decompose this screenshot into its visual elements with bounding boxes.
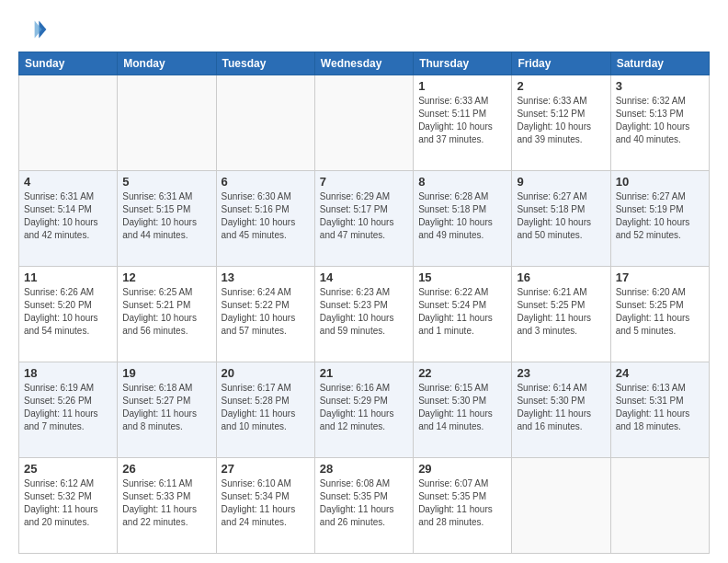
calendar-header-saturday: Saturday xyxy=(610,52,709,75)
calendar-day-cell: 1Sunrise: 6:33 AM Sunset: 5:11 PM Daylig… xyxy=(414,75,512,171)
calendar-day-cell: 12Sunrise: 6:25 AM Sunset: 5:21 PM Dayli… xyxy=(118,267,216,362)
day-number: 8 xyxy=(418,175,506,189)
calendar-week-row: 25Sunrise: 6:12 AM Sunset: 5:32 PM Dayli… xyxy=(19,458,710,554)
calendar-day-cell: 8Sunrise: 6:28 AM Sunset: 5:18 PM Daylig… xyxy=(414,171,512,267)
day-number: 5 xyxy=(122,175,210,189)
day-number: 3 xyxy=(616,79,704,93)
day-info: Sunrise: 6:11 AM Sunset: 5:33 PM Dayligh… xyxy=(122,477,210,529)
calendar-header-tuesday: Tuesday xyxy=(216,52,314,75)
day-number: 27 xyxy=(222,462,310,476)
calendar-day-cell: 7Sunrise: 6:29 AM Sunset: 5:17 PM Daylig… xyxy=(314,171,413,267)
calendar-header-sunday: Sunday xyxy=(19,52,118,75)
calendar-week-row: 18Sunrise: 6:19 AM Sunset: 5:26 PM Dayli… xyxy=(19,362,710,458)
day-info: Sunrise: 6:31 AM Sunset: 5:14 PM Dayligh… xyxy=(24,190,112,242)
day-info: Sunrise: 6:25 AM Sunset: 5:21 PM Dayligh… xyxy=(122,286,210,338)
calendar-week-row: 11Sunrise: 6:26 AM Sunset: 5:20 PM Dayli… xyxy=(19,267,710,362)
day-number: 22 xyxy=(418,366,506,380)
calendar-day-cell: 18Sunrise: 6:19 AM Sunset: 5:26 PM Dayli… xyxy=(19,362,118,458)
day-info: Sunrise: 6:27 AM Sunset: 5:19 PM Dayligh… xyxy=(616,190,704,242)
day-number: 20 xyxy=(222,366,310,380)
day-info: Sunrise: 6:13 AM Sunset: 5:31 PM Dayligh… xyxy=(616,382,704,433)
day-info: Sunrise: 6:29 AM Sunset: 5:17 PM Dayligh… xyxy=(320,190,408,242)
logo xyxy=(18,15,51,44)
calendar-day-cell: 20Sunrise: 6:17 AM Sunset: 5:28 PM Dayli… xyxy=(216,362,314,458)
day-info: Sunrise: 6:17 AM Sunset: 5:28 PM Dayligh… xyxy=(222,382,310,433)
day-number: 26 xyxy=(122,462,210,476)
day-info: Sunrise: 6:16 AM Sunset: 5:29 PM Dayligh… xyxy=(320,382,408,433)
day-info: Sunrise: 6:20 AM Sunset: 5:25 PM Dayligh… xyxy=(616,286,704,338)
calendar-day-cell: 28Sunrise: 6:08 AM Sunset: 5:35 PM Dayli… xyxy=(314,458,413,554)
calendar-day-cell: 21Sunrise: 6:16 AM Sunset: 5:29 PM Dayli… xyxy=(314,362,413,458)
day-number: 15 xyxy=(418,270,506,284)
day-info: Sunrise: 6:30 AM Sunset: 5:16 PM Dayligh… xyxy=(222,190,310,242)
day-info: Sunrise: 6:10 AM Sunset: 5:34 PM Dayligh… xyxy=(222,477,310,529)
calendar-day-cell: 25Sunrise: 6:12 AM Sunset: 5:32 PM Dayli… xyxy=(19,458,118,554)
calendar-day-cell: 17Sunrise: 6:20 AM Sunset: 5:25 PM Dayli… xyxy=(610,267,709,362)
calendar-day-cell: 13Sunrise: 6:24 AM Sunset: 5:22 PM Dayli… xyxy=(216,267,314,362)
header xyxy=(18,15,710,44)
day-info: Sunrise: 6:28 AM Sunset: 5:18 PM Dayligh… xyxy=(418,190,506,242)
calendar-header-thursday: Thursday xyxy=(414,52,512,75)
day-number: 17 xyxy=(616,270,704,284)
day-info: Sunrise: 6:32 AM Sunset: 5:13 PM Dayligh… xyxy=(616,95,704,146)
calendar-header-friday: Friday xyxy=(512,52,610,75)
day-info: Sunrise: 6:19 AM Sunset: 5:26 PM Dayligh… xyxy=(24,382,112,433)
logo-icon xyxy=(18,15,48,44)
day-number: 21 xyxy=(320,366,408,380)
calendar-day-cell: 24Sunrise: 6:13 AM Sunset: 5:31 PM Dayli… xyxy=(610,362,709,458)
calendar-day-cell xyxy=(19,75,118,171)
day-info: Sunrise: 6:07 AM Sunset: 5:35 PM Dayligh… xyxy=(418,477,506,529)
day-number: 10 xyxy=(616,175,704,189)
day-info: Sunrise: 6:33 AM Sunset: 5:11 PM Dayligh… xyxy=(418,95,506,146)
calendar-day-cell xyxy=(118,75,216,171)
day-number: 9 xyxy=(517,175,605,189)
day-number: 12 xyxy=(122,270,210,284)
day-info: Sunrise: 6:22 AM Sunset: 5:24 PM Dayligh… xyxy=(418,286,506,338)
day-info: Sunrise: 6:12 AM Sunset: 5:32 PM Dayligh… xyxy=(24,477,112,529)
calendar-day-cell: 10Sunrise: 6:27 AM Sunset: 5:19 PM Dayli… xyxy=(610,171,709,267)
day-number: 18 xyxy=(24,366,112,380)
day-number: 11 xyxy=(24,270,112,284)
calendar-day-cell: 16Sunrise: 6:21 AM Sunset: 5:25 PM Dayli… xyxy=(512,267,610,362)
calendar-day-cell: 26Sunrise: 6:11 AM Sunset: 5:33 PM Dayli… xyxy=(118,458,216,554)
calendar-day-cell: 19Sunrise: 6:18 AM Sunset: 5:27 PM Dayli… xyxy=(118,362,216,458)
calendar-day-cell: 6Sunrise: 6:30 AM Sunset: 5:16 PM Daylig… xyxy=(216,171,314,267)
day-number: 7 xyxy=(320,175,408,189)
calendar-day-cell: 15Sunrise: 6:22 AM Sunset: 5:24 PM Dayli… xyxy=(414,267,512,362)
day-info: Sunrise: 6:18 AM Sunset: 5:27 PM Dayligh… xyxy=(122,382,210,433)
day-number: 6 xyxy=(222,175,310,189)
calendar-day-cell xyxy=(314,75,413,171)
calendar-day-cell: 11Sunrise: 6:26 AM Sunset: 5:20 PM Dayli… xyxy=(19,267,118,362)
day-info: Sunrise: 6:08 AM Sunset: 5:35 PM Dayligh… xyxy=(320,477,408,529)
calendar-week-row: 1Sunrise: 6:33 AM Sunset: 5:11 PM Daylig… xyxy=(19,75,710,171)
calendar-day-cell: 9Sunrise: 6:27 AM Sunset: 5:18 PM Daylig… xyxy=(512,171,610,267)
day-number: 14 xyxy=(320,270,408,284)
calendar-header-monday: Monday xyxy=(118,52,216,75)
calendar-day-cell: 3Sunrise: 6:32 AM Sunset: 5:13 PM Daylig… xyxy=(610,75,709,171)
calendar-day-cell: 2Sunrise: 6:33 AM Sunset: 5:12 PM Daylig… xyxy=(512,75,610,171)
day-number: 2 xyxy=(517,79,605,93)
calendar-day-cell: 4Sunrise: 6:31 AM Sunset: 5:14 PM Daylig… xyxy=(19,171,118,267)
day-info: Sunrise: 6:31 AM Sunset: 5:15 PM Dayligh… xyxy=(122,190,210,242)
day-info: Sunrise: 6:23 AM Sunset: 5:23 PM Dayligh… xyxy=(320,286,408,338)
day-info: Sunrise: 6:26 AM Sunset: 5:20 PM Dayligh… xyxy=(24,286,112,338)
calendar-day-cell: 23Sunrise: 6:14 AM Sunset: 5:30 PM Dayli… xyxy=(512,362,610,458)
day-info: Sunrise: 6:14 AM Sunset: 5:30 PM Dayligh… xyxy=(517,382,605,433)
day-number: 28 xyxy=(320,462,408,476)
day-number: 24 xyxy=(616,366,704,380)
calendar-day-cell xyxy=(512,458,610,554)
day-info: Sunrise: 6:33 AM Sunset: 5:12 PM Dayligh… xyxy=(517,95,605,146)
day-info: Sunrise: 6:21 AM Sunset: 5:25 PM Dayligh… xyxy=(517,286,605,338)
day-number: 1 xyxy=(418,79,506,93)
calendar-day-cell xyxy=(216,75,314,171)
day-number: 4 xyxy=(24,175,112,189)
day-number: 16 xyxy=(517,270,605,284)
page: SundayMondayTuesdayWednesdayThursdayFrid… xyxy=(0,0,728,563)
day-number: 23 xyxy=(517,366,605,380)
calendar-week-row: 4Sunrise: 6:31 AM Sunset: 5:14 PM Daylig… xyxy=(19,171,710,267)
calendar-day-cell: 5Sunrise: 6:31 AM Sunset: 5:15 PM Daylig… xyxy=(118,171,216,267)
calendar-header-wednesday: Wednesday xyxy=(314,52,413,75)
day-info: Sunrise: 6:27 AM Sunset: 5:18 PM Dayligh… xyxy=(517,190,605,242)
calendar-day-cell: 14Sunrise: 6:23 AM Sunset: 5:23 PM Dayli… xyxy=(314,267,413,362)
calendar-table: SundayMondayTuesdayWednesdayThursdayFrid… xyxy=(18,52,710,554)
